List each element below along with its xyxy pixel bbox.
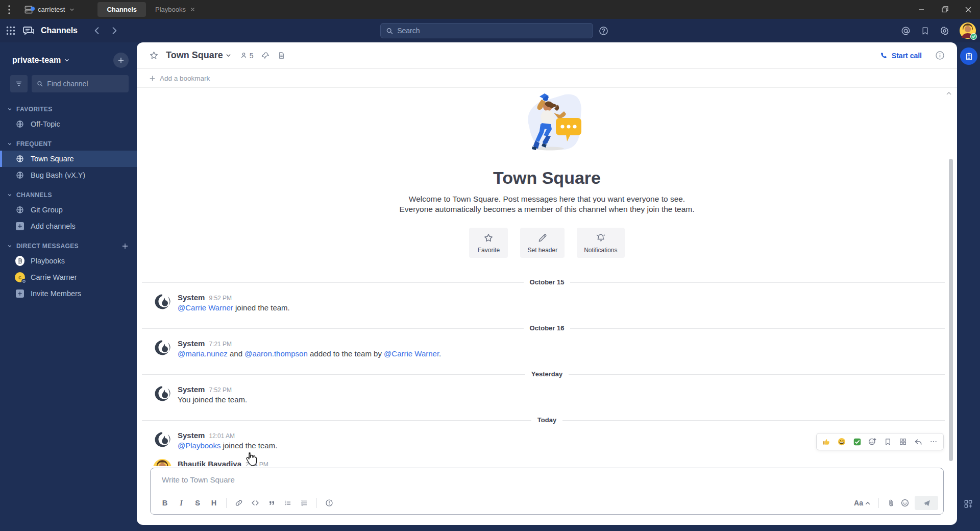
thumbs-up-emoji[interactable]	[820, 435, 833, 448]
message-sender[interactable]: System	[178, 339, 205, 348]
message-sender[interactable]: System	[178, 431, 205, 440]
link-button[interactable]	[232, 496, 246, 510]
saved-messages-icon[interactable]	[921, 26, 929, 36]
save-message-icon[interactable]	[881, 435, 894, 448]
chevron-down-icon	[7, 192, 12, 198]
find-channel-box[interactable]	[32, 75, 129, 92]
emoji-picker-button[interactable]	[900, 498, 910, 508]
attach-file-button[interactable]	[887, 498, 895, 508]
numbered-list-button[interactable]	[297, 496, 311, 510]
add-bookmark-button[interactable]: Add a bookmark	[137, 69, 957, 88]
add-reaction-icon[interactable]	[866, 435, 879, 448]
formatting-help-icon[interactable]	[322, 496, 336, 510]
message-sender[interactable]: Bhautik Bavadiya	[178, 460, 241, 466]
set-header-button[interactable]: Set header	[520, 228, 565, 258]
help-icon[interactable]	[599, 26, 608, 36]
message-composer[interactable]: Write to Town Square B I S H Aa	[150, 468, 944, 515]
category-direct-messages[interactable]: DIRECT MESSAGES	[0, 234, 137, 253]
notifications-button[interactable]: Notifications	[577, 228, 624, 258]
add-channel-button[interactable]	[113, 53, 129, 68]
server-switcher[interactable]: carrietest	[18, 5, 83, 15]
app-marketplace-icon[interactable]	[964, 499, 973, 509]
new-direct-message-button[interactable]	[121, 243, 129, 250]
app-menu-button[interactable]	[0, 5, 18, 14]
hide-formatting-button[interactable]: Aa	[854, 499, 870, 507]
check-mark-emoji[interactable]	[850, 435, 864, 448]
more-actions-icon[interactable]	[927, 435, 940, 448]
history-back-icon[interactable]	[92, 26, 102, 36]
search-box[interactable]	[380, 23, 593, 38]
team-name[interactable]: private-team	[12, 56, 61, 65]
minimize-button[interactable]	[910, 0, 933, 19]
mention-link[interactable]: @maria.nunez	[178, 349, 228, 358]
system-message-row[interactable]: System7:52 PM You joined the team.	[137, 379, 957, 408]
close-window-button[interactable]	[957, 0, 980, 19]
grinning-emoji[interactable]	[835, 435, 848, 448]
history-forward-icon[interactable]	[109, 26, 119, 36]
member-count[interactable]: 5	[240, 52, 254, 60]
restore-button[interactable]	[933, 0, 957, 19]
message-list[interactable]: Town Square Welcome to Town Square. Post…	[137, 88, 957, 466]
channel-menu-chevron-icon[interactable]	[225, 52, 232, 59]
sidebar-item-bug-bash[interactable]: Bug Bash (vX.Y)	[0, 167, 137, 183]
unread-dot-badge	[31, 7, 35, 11]
message-sender[interactable]: System	[178, 385, 205, 394]
mention-link[interactable]: @Carrie Warner	[178, 303, 233, 312]
system-avatar	[153, 339, 172, 357]
favorite-star-icon[interactable]	[149, 51, 159, 60]
pinned-posts-icon[interactable]	[261, 52, 270, 60]
channel-header: Town Square 5 Start call	[137, 42, 957, 69]
globe-icon	[15, 120, 24, 128]
scroll-top-icon[interactable]	[946, 91, 952, 95]
tab-playbooks[interactable]: Playbooks	[146, 2, 205, 17]
mention-link[interactable]: @Playbooks	[178, 441, 220, 450]
search-input[interactable]	[397, 27, 587, 35]
bulleted-list-button[interactable]	[281, 496, 295, 510]
code-button[interactable]	[248, 496, 262, 510]
sidebar-item-carrie-warner[interactable]: c Carrie Warner	[0, 269, 137, 285]
user-message-row[interactable]: Bhautik Bavadiya2:14 PM Time is 19:50 Ed…	[137, 454, 957, 466]
italic-button[interactable]: I	[174, 496, 188, 510]
tab-channels[interactable]: Channels	[97, 2, 146, 17]
channel-info-icon[interactable]	[935, 51, 945, 60]
sidebar-item-invite-members[interactable]: Invite Members	[0, 285, 137, 302]
quote-button[interactable]	[264, 496, 279, 510]
start-call-button[interactable]: Start call	[880, 52, 922, 60]
sidebar-item-off-topic[interactable]: Off-Topic	[0, 116, 137, 132]
mention-link[interactable]: @Carrie Warner	[384, 349, 439, 358]
close-tab-icon[interactable]	[190, 7, 195, 12]
system-message-row[interactable]: System7:21 PM @maria.nunez and @aaron.th…	[137, 333, 957, 362]
settings-gear-icon[interactable]	[940, 26, 949, 36]
sidebar-item-playbooks-dm[interactable]: Playbooks	[0, 253, 137, 269]
send-message-button[interactable]	[915, 496, 938, 510]
scrollbar-thumb[interactable]	[949, 159, 953, 461]
sidebar-item-town-square[interactable]: Town Square	[0, 151, 137, 167]
sidebar-item-add-channels[interactable]: Add channels	[0, 218, 137, 234]
user-avatar[interactable]	[153, 459, 172, 466]
recent-mentions-icon[interactable]	[901, 26, 911, 36]
user-avatar[interactable]	[960, 22, 976, 39]
reply-icon[interactable]	[912, 435, 925, 448]
channel-name[interactable]: Town Square	[166, 50, 223, 61]
strikethrough-button[interactable]: S	[190, 496, 205, 510]
category-frequent[interactable]: FREQUENT	[0, 132, 137, 151]
team-menu-chevron-icon[interactable]	[64, 57, 70, 63]
channel-files-icon[interactable]	[278, 51, 285, 60]
globe-icon	[15, 171, 24, 179]
category-channels[interactable]: CHANNELS	[0, 183, 137, 202]
window-title-bar: carrietest Channels Playbooks	[0, 0, 980, 19]
channel-filter-button[interactable]	[10, 75, 28, 92]
product-switcher-icon[interactable]	[6, 26, 15, 35]
heading-button[interactable]: H	[207, 496, 221, 510]
playbooks-app-button[interactable]	[960, 47, 977, 65]
message-actions-icon[interactable]	[896, 435, 910, 448]
find-channel-input[interactable]	[47, 80, 124, 88]
category-favorites[interactable]: FAVORITES	[0, 98, 137, 116]
message-sender[interactable]: System	[178, 293, 205, 302]
mention-link[interactable]: @aaron.thompson	[244, 349, 308, 358]
sidebar-item-git-group[interactable]: Git Group	[0, 202, 137, 218]
message-input[interactable]: Write to Town Square	[151, 468, 943, 484]
favorite-channel-button[interactable]: Favorite	[469, 228, 508, 258]
system-message-row[interactable]: System9:52 PM @Carrie Warner joined the …	[137, 287, 957, 316]
bold-button[interactable]: B	[158, 496, 172, 510]
